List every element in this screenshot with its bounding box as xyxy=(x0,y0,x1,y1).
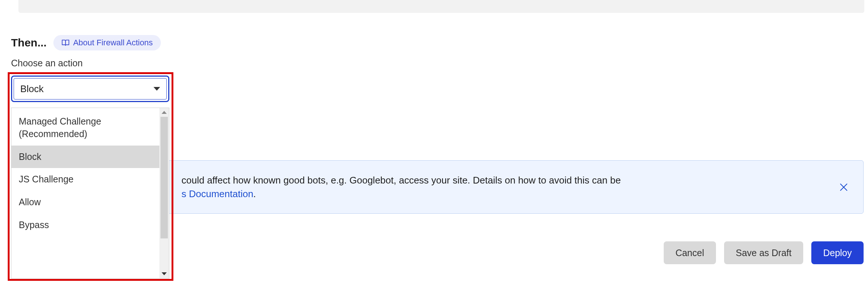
info-text-period: . xyxy=(253,188,256,199)
deploy-button[interactable]: Deploy xyxy=(811,241,864,264)
then-label: Then... xyxy=(11,36,47,49)
action-option-allow[interactable]: Allow xyxy=(11,191,159,214)
action-select[interactable]: Block xyxy=(11,76,169,102)
action-dropdown-panel: Managed Challenge (Recommended) Block JS… xyxy=(11,108,169,279)
dropdown-scrollbar[interactable] xyxy=(159,108,169,278)
action-option-managed-challenge[interactable]: Managed Challenge (Recommended) xyxy=(11,110,159,146)
action-option-js-challenge[interactable]: JS Challenge xyxy=(11,168,159,191)
save-as-draft-button[interactable]: Save as Draft xyxy=(724,241,803,264)
about-link-text: About Firewall Actions xyxy=(73,38,153,48)
documentation-link[interactable]: s Documentation xyxy=(181,188,253,199)
action-options-list: Managed Challenge (Recommended) Block JS… xyxy=(11,108,159,278)
then-row: Then... About Firewall Actions xyxy=(11,35,161,50)
choose-action-label: Choose an action xyxy=(11,58,83,69)
action-select-value: Block xyxy=(20,83,44,95)
footer-buttons: Cancel Save as Draft Deploy xyxy=(664,241,864,264)
caret-down-icon xyxy=(154,87,160,91)
book-icon xyxy=(61,39,70,47)
close-icon[interactable] xyxy=(835,179,852,196)
scroll-down-icon[interactable] xyxy=(162,272,167,275)
about-firewall-actions-link[interactable]: About Firewall Actions xyxy=(53,35,161,50)
action-option-bypass[interactable]: Bypass xyxy=(11,214,159,237)
info-text-line-1: could affect how known good bots, e.g. G… xyxy=(181,175,621,186)
scroll-up-icon[interactable] xyxy=(162,111,167,114)
action-select-wrapper: Block xyxy=(11,76,169,102)
action-option-block[interactable]: Block xyxy=(11,146,159,168)
top-placeholder-bar xyxy=(18,0,864,13)
scroll-thumb[interactable] xyxy=(160,117,168,238)
cancel-button[interactable]: Cancel xyxy=(664,241,716,264)
